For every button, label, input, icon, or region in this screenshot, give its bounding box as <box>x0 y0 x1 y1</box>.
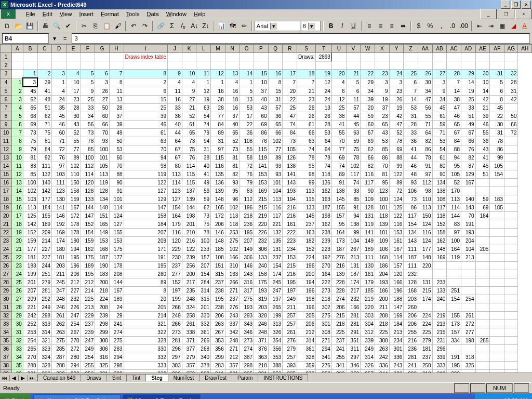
cell[interactable]: 24 <box>316 96 332 104</box>
cell[interactable]: 30 <box>66 112 81 121</box>
col-header-Z[interactable]: Z <box>404 45 418 53</box>
cell[interactable]: 190 <box>95 262 110 270</box>
row-header-17[interactable]: 17 <box>1 187 12 195</box>
cell[interactable]: 11 <box>109 87 124 96</box>
cell[interactable]: 117 <box>346 170 361 179</box>
row-header-24[interactable]: 24 <box>1 245 12 254</box>
cell[interactable]: 114 <box>182 162 196 170</box>
cell[interactable]: 25 <box>283 104 297 112</box>
cell[interactable]: 77 <box>66 145 81 154</box>
cell[interactable]: 24 <box>109 303 124 312</box>
cell[interactable]: 315 <box>196 295 211 303</box>
cell[interactable]: 326 <box>268 328 283 337</box>
index-header[interactable]: 9 <box>168 70 182 78</box>
cell[interactable]: 108 <box>211 254 225 262</box>
cell[interactable]: 43 <box>66 121 81 129</box>
cell[interactable]: 162 <box>316 220 332 229</box>
cell[interactable]: 38 <box>211 96 225 104</box>
cell[interactable]: 359 <box>182 370 196 373</box>
cell[interactable]: 265 <box>23 345 37 353</box>
col-header-AE[interactable]: AE <box>475 45 490 53</box>
cell[interactable]: 247 <box>81 337 95 345</box>
cell[interactable]: 109 <box>375 237 389 245</box>
cell[interactable]: 195 <box>37 212 52 220</box>
cell[interactable]: 99 <box>346 229 361 237</box>
cell[interactable]: 341 <box>211 370 225 373</box>
cell[interactable]: 86 <box>404 204 418 212</box>
cell[interactable]: 184 <box>124 220 167 229</box>
row-header-6[interactable]: 6 <box>1 96 12 104</box>
cell[interactable]: 256 <box>182 262 196 270</box>
row-index[interactable]: 5 <box>11 112 23 121</box>
cell[interactable]: 270 <box>316 262 332 270</box>
cell[interactable]: 30 <box>418 78 432 87</box>
cell[interactable] <box>504 154 518 162</box>
cell[interactable]: 150 <box>418 212 432 220</box>
cell[interactable]: 70 <box>109 162 124 170</box>
cell[interactable]: 299 <box>211 353 225 362</box>
cell[interactable]: 357 <box>225 362 240 370</box>
cell[interactable]: 255 <box>404 328 418 337</box>
cell[interactable]: 239 <box>316 237 332 245</box>
index-header[interactable]: 4 <box>66 70 81 78</box>
row-header-19[interactable]: 19 <box>1 204 12 212</box>
cell[interactable]: 283 <box>109 345 124 353</box>
cell[interactable]: 19 <box>461 87 475 96</box>
cell[interactable]: 194 <box>66 245 81 254</box>
cell[interactable]: 63 <box>196 104 211 112</box>
cell[interactable]: 74 <box>283 121 297 129</box>
cell[interactable]: 232 <box>404 270 418 278</box>
cell[interactable]: 232 <box>254 237 269 245</box>
cell[interactable]: 113 <box>447 195 461 204</box>
cell[interactable]: 280 <box>168 370 182 373</box>
cell[interactable]: 108 <box>432 195 447 204</box>
cell[interactable]: 177 <box>37 195 52 204</box>
col-header-L[interactable]: L <box>196 45 211 53</box>
increase-indent-icon[interactable]: ⇥ <box>485 20 496 32</box>
index-header[interactable]: 15 <box>254 70 269 78</box>
cell[interactable]: 83 <box>23 162 37 170</box>
cell[interactable]: 118 <box>375 212 389 220</box>
cell[interactable]: 177 <box>418 245 432 254</box>
cell[interactable]: 225 <box>331 328 346 337</box>
cell[interactable]: 197 <box>283 287 297 295</box>
cell[interactable]: 241 <box>331 345 346 353</box>
cell[interactable]: 204 <box>375 270 389 278</box>
cell[interactable] <box>475 312 490 320</box>
cell[interactable]: 108 <box>240 137 254 145</box>
cell[interactable]: 76 <box>52 154 66 162</box>
cell[interactable]: 36 <box>240 129 254 137</box>
cell[interactable]: 9 <box>182 87 196 96</box>
cell[interactable] <box>504 262 518 270</box>
cell[interactable]: 333 <box>124 362 167 370</box>
cell[interactable]: 61 <box>124 129 167 137</box>
cell[interactable]: 206 <box>404 320 418 328</box>
cell[interactable]: 120 <box>168 237 182 245</box>
cell[interactable]: 189 <box>37 220 52 229</box>
cell[interactable]: 66 <box>361 154 375 162</box>
cell[interactable]: 123 <box>375 187 389 195</box>
cell[interactable]: 285 <box>475 337 490 345</box>
cell[interactable]: 111 <box>361 254 375 262</box>
index-header[interactable]: 2 <box>37 70 52 78</box>
cell[interactable]: 201 <box>23 278 37 287</box>
cell[interactable]: 203 <box>52 262 66 270</box>
col-header-O[interactable]: O <box>240 45 254 53</box>
col-header-U[interactable]: U <box>331 45 346 53</box>
cell[interactable]: 82 <box>361 162 375 170</box>
row-header-5[interactable]: 5 <box>1 87 12 96</box>
cell[interactable]: 45 <box>432 104 447 112</box>
cell[interactable]: 206 <box>66 270 81 278</box>
index-header[interactable]: 6 <box>95 70 110 78</box>
cell[interactable]: 314 <box>297 337 316 345</box>
row-header-11[interactable]: 11 <box>1 137 12 145</box>
cell[interactable]: 152 <box>432 220 447 229</box>
cell[interactable]: 113 <box>418 204 432 212</box>
cell[interactable]: 119 <box>447 254 461 262</box>
row-index[interactable]: 16 <box>11 204 23 212</box>
index-header[interactable]: 29 <box>461 70 475 78</box>
cell[interactable]: 82 <box>225 170 240 179</box>
cell[interactable]: 77 <box>268 145 283 154</box>
cell[interactable]: 212 <box>297 328 316 337</box>
cell[interactable]: 53 <box>432 137 447 145</box>
